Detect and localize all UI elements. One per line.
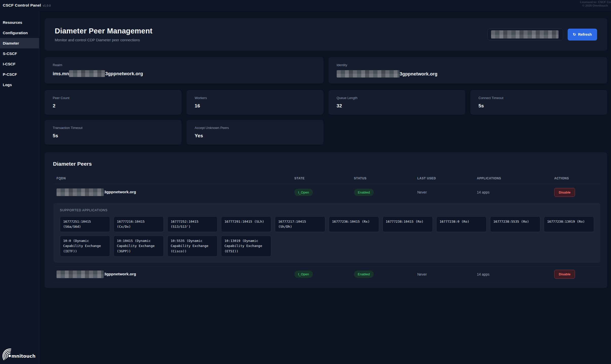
page-subtitle: Monitor and control CDP Diameter peer co… [55,38,152,42]
stat-card-grid: Peer Count 2 Workers 16 Queue Length 32 … [45,90,607,145]
supported-app-chip: 16777217:10415 (Sh/Dh) [275,216,325,232]
omnitouch-logo: mnitouch [2,348,36,362]
peer-fqdn: 3gppnetwork.org [53,188,291,196]
supported-app-chip: 16777291:10415 (SLh) [221,216,271,232]
stat-value: 32 [337,103,457,109]
redacted-realm [69,70,105,77]
redacted-input-value [491,30,559,39]
refresh-label: Refresh [578,32,592,36]
license-watermark-line2: © 2025 Omnitouch [582,4,608,7]
supported-applications-label: SUPPORTED APPLICATIONS [60,208,594,212]
status-badge: Enabled [354,189,374,196]
refresh-icon: ↻ [573,32,576,36]
peer-last-used: Never [414,272,473,276]
supported-app-chip: 16777238:5535 (Ro) [490,216,540,232]
stat-queue-length: Queue Length 32 [329,90,465,115]
redacted-fqdn [57,188,104,196]
sidebar-item-i-cscf[interactable]: I-CSCF [0,59,39,69]
column-header-fqdn: FQDN [53,177,291,180]
sidebar-item-configuration[interactable]: Configuration [0,28,39,38]
realm-label: Realm [53,63,315,67]
peer-applications-count: 14 apps [473,272,551,276]
sidebar-item-s-cscf[interactable]: S-CSCF [0,48,39,59]
stat-label: Peer Count [53,96,173,100]
sidebar-nav: Resources Configuration Diameter S-CSCF … [0,11,39,90]
state-badge: I_Open [294,271,313,278]
stat-value: 2 [53,103,173,109]
sidebar-item-diameter[interactable]: Diameter [0,38,39,48]
supported-app-chip: 10:5535 (Dynamic Capability Exchange (Ci… [167,236,218,256]
stat-label: Connect Timeout [478,96,599,100]
stat-connect-timeout: Connect Timeout 5s [470,90,607,115]
column-header-state: STATE [291,177,350,180]
stat-label: Transaction Timeout [53,126,173,130]
disable-button[interactable]: Disable [554,188,575,197]
state-badge: I_Open [294,189,313,196]
sidebar-item-logs[interactable]: Logs [0,80,39,90]
identity-label: Identity [337,63,599,67]
logo-text: mnitouch [11,353,35,359]
supported-app-chip: 10:13019 (Dynamic Capability Exchange (E… [221,236,271,256]
peer-fqdn-visible: 3gppnetwork.org [104,272,136,276]
redacted-identity [337,70,400,78]
stat-value: 16 [195,103,315,109]
stat-accept-unknown-peers: Accept Unknown Peers Yes [187,120,324,145]
supported-app-chip: 10:0 (Dynamic Capability Exchange (IETF)… [60,236,110,256]
supported-app-chip: 16777216:10415 (Cx/Dx) [114,216,164,232]
stat-transaction-timeout: Transaction Timeout 5s [45,120,182,145]
identity-value: 3gppnetwork.org [337,70,599,78]
column-header-status: STATUS [350,177,414,180]
stat-value: 5s [53,133,173,139]
identity-value-suffix: 3gppnetwork.org [400,71,438,76]
realm-card: Realm ims.mn3gppnetwork.org [45,57,324,84]
realm-value-prefix: ims.mn [53,71,69,76]
main-content: Diameter Peer Management Monitor and con… [40,11,611,364]
peer-fqdn: 3gppnetwork.org [53,271,291,278]
diameter-peers-card: Diameter Peers FQDN STATE STATUS LAST US… [45,152,607,288]
top-bar: CSCF Control Panelv1.0.0 Licensed to: CS… [0,0,611,11]
stat-label: Workers [195,96,315,100]
page-header-text: Diameter Peer Management Monitor and con… [55,27,152,42]
realm-value-suffix: 3gppnetwork.org [105,71,143,76]
supported-app-chip: 16777238:13019 (Ro) [544,216,594,232]
supported-app-chip: 10:10415 (Dynamic Capability Exchange (3… [114,236,164,256]
sidebar: Resources Configuration Diameter S-CSCF … [0,11,39,364]
table-row: 3gppnetwork.org I_Open Enabled Never 14 … [53,266,600,282]
sidebar-item-p-cscf[interactable]: P-CSCF [0,69,39,80]
peers-table-header: FQDN STATE STATUS LAST USED APPLICATIONS… [53,177,600,184]
supported-applications-grid: 16777251:10415 (S6a/S6d) 16777216:10415 … [60,216,594,257]
redacted-fqdn [57,271,104,278]
header-controls: ↻ Refresh [488,29,597,41]
wifi-arcs-icon: mnitouch [2,348,36,361]
peers-section-title: Diameter Peers [53,161,600,167]
disable-button[interactable]: Disable [554,270,575,279]
peer-applications-count: 14 apps [473,190,551,194]
supported-app-chip: 16777238:0 (Ro) [436,216,487,232]
supported-app-chip: 16777236:10415 (Rx) [329,216,379,232]
column-header-last-used: LAST USED [414,177,473,180]
license-watermark-line1: Licensed to: CSCF Control Panel [580,1,611,4]
supported-app-chip: 16777251:10415 (S6a/S6d) [60,216,110,232]
page-title: Diameter Peer Management [55,27,152,35]
search-input[interactable] [488,29,563,40]
supported-applications-panel: SUPPORTED APPLICATIONS 16777251:10415 (S… [53,203,600,263]
stat-value: Yes [195,133,315,139]
stat-label: Queue Length [337,96,457,100]
status-badge: Enabled [354,271,374,278]
peer-last-used: Never [414,190,473,194]
app-version: v1.0.0 [43,4,51,7]
stat-value: 5s [478,103,599,109]
column-header-actions: ACTIONS [551,177,600,180]
realm-value: ims.mn3gppnetwork.org [53,70,315,77]
sidebar-item-resources[interactable]: Resources [0,17,39,28]
supported-app-chip: 16777252:10415 (S13/S13') [167,216,218,232]
identity-card: Identity 3gppnetwork.org [329,57,607,84]
refresh-button[interactable]: ↻ Refresh [568,29,597,41]
peer-fqdn-visible: 3gppnetwork.org [104,190,136,194]
page-header-card: Diameter Peer Management Monitor and con… [45,18,607,51]
stat-label: Accept Unknown Peers [195,126,315,130]
stat-workers: Workers 16 [187,90,324,115]
stat-peer-count: Peer Count 2 [45,90,182,115]
column-header-applications: APPLICATIONS [473,177,551,180]
app-title-text: CSCF Control Panel [3,3,41,7]
